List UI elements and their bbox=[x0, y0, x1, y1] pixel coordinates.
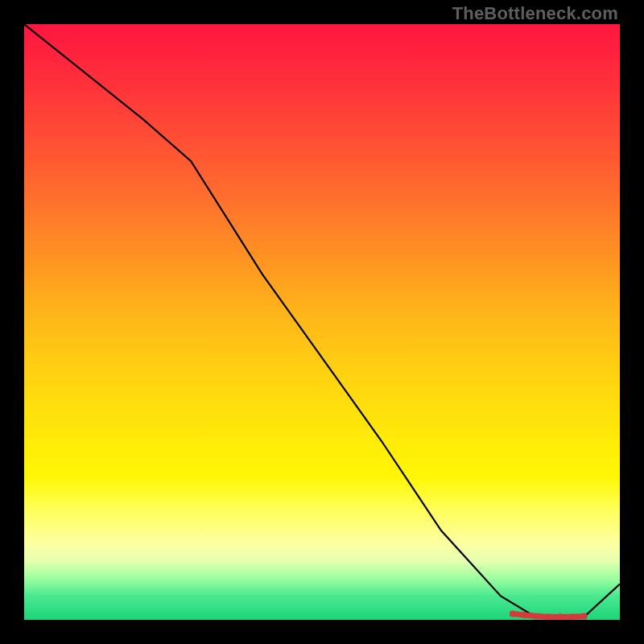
marker-dot bbox=[581, 613, 588, 620]
marker-group bbox=[510, 611, 588, 620]
watermark-text: TheBottleneck.com bbox=[452, 3, 618, 24]
marker-dot bbox=[569, 613, 576, 620]
marker-dot bbox=[557, 613, 564, 620]
chart-line bbox=[24, 24, 620, 617]
marker-dot bbox=[522, 612, 528, 618]
plot-area bbox=[24, 24, 620, 620]
chart-svg bbox=[24, 24, 620, 620]
marker-dot bbox=[510, 611, 516, 617]
marker-dot bbox=[545, 613, 551, 620]
chart-frame: TheBottleneck.com bbox=[0, 0, 644, 644]
marker-dot bbox=[533, 613, 539, 620]
